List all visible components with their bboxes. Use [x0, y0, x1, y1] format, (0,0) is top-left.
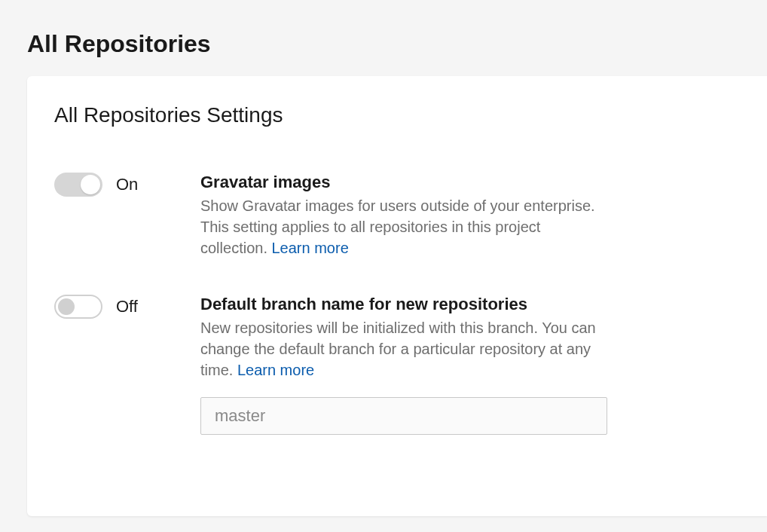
gravatar-desc: Show Gravatar images for users outside o… — [200, 195, 607, 258]
card-title: All Repositories Settings — [54, 103, 740, 127]
default-branch-learn-more-link[interactable]: Learn more — [237, 362, 314, 378]
page-title: All Repositories — [0, 0, 767, 76]
settings-card: All Repositories Settings On Gravatar im… — [27, 76, 767, 516]
toggle-column: Off — [54, 295, 182, 319]
toggle-column: On — [54, 173, 182, 197]
gravatar-desc-text: Show Gravatar images for users outside o… — [200, 197, 595, 256]
gravatar-title: Gravatar images — [200, 173, 607, 192]
gravatar-learn-more-link[interactable]: Learn more — [272, 240, 349, 256]
toggle-knob — [81, 175, 100, 194]
gravatar-toggle[interactable] — [54, 173, 102, 197]
setting-content: Default branch name for new repositories… — [200, 295, 607, 435]
default-branch-title: Default branch name for new repositories — [200, 295, 607, 314]
setting-content: Gravatar images Show Gravatar images for… — [200, 173, 607, 258]
gravatar-toggle-label: On — [116, 175, 138, 194]
setting-row-gravatar: On Gravatar images Show Gravatar images … — [54, 173, 740, 258]
default-branch-toggle[interactable] — [54, 295, 102, 319]
toggle-knob — [58, 298, 75, 315]
default-branch-desc: New repositories will be initialized wit… — [200, 317, 607, 381]
setting-row-default-branch: Off Default branch name for new reposito… — [54, 295, 740, 435]
default-branch-toggle-label: Off — [116, 297, 138, 316]
default-branch-input[interactable] — [200, 397, 607, 435]
